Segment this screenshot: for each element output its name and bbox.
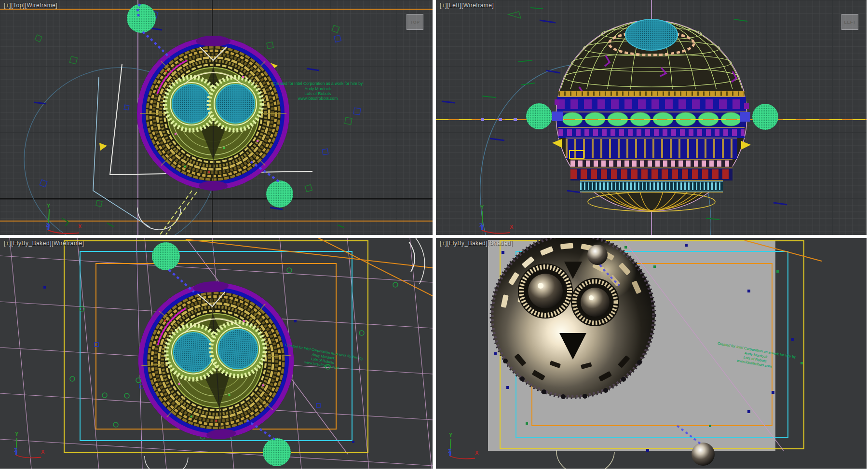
svg-text:Y: Y (15, 431, 19, 437)
viewport-quad-layout: Created for Intel Corporation as a work … (0, 0, 868, 472)
model-sphere-camera-view[interactable] (133, 276, 299, 444)
viewcube-face-label[interactable]: LEFT (844, 20, 856, 25)
scene-top-view: Created for Intel Corporation as a work … (0, 0, 433, 235)
scene-camera-wireframe: Created for Intel Corporation as a work … (0, 238, 433, 469)
viewport-label-top[interactable]: [+][Top][Wireframe] (4, 2, 57, 9)
svg-text:Y: Y (449, 432, 453, 438)
svg-text:Y: Y (47, 203, 51, 208)
eye-gear-right (571, 278, 619, 326)
viewport-camera-shaded[interactable]: Created for Intel Corporation as a work … (436, 238, 867, 469)
svg-text:Lots of Robots: Lots of Robots (305, 91, 331, 96)
svg-text:X: X (510, 224, 514, 230)
viewport-left-wireframe[interactable]: Y Z X [+][Left][Wireframe] LEFT (436, 0, 867, 235)
scene-left-view: Y Z X (436, 0, 867, 235)
viewport-camera-wireframe[interactable]: Created for Intel Corporation as a work … (0, 238, 433, 469)
svg-text:Y: Y (480, 204, 484, 210)
viewcube-face-label[interactable]: TOP (410, 20, 420, 25)
svg-text:www.lotsofrobots.com: www.lotsofrobots.com (298, 96, 338, 101)
eye-gear-left (518, 264, 573, 319)
svg-text:X: X (41, 449, 45, 455)
svg-text:X: X (78, 223, 82, 229)
viewport-top-wireframe[interactable]: Created for Intel Corporation as a work … (0, 0, 433, 235)
svg-text:X: X (475, 450, 479, 456)
viewport-label-camera-wireframe[interactable]: [+][FlyBy_Baked][Wireframe] (4, 240, 84, 247)
svg-text:Z: Z (448, 448, 451, 454)
axis-tripod: Y Z X (448, 432, 479, 459)
svg-text:Andy Murdock: Andy Murdock (305, 86, 331, 91)
axis-tripod: Y Z X (14, 431, 45, 458)
viewport-label-camera-shaded[interactable]: [+][FlyBy_Baked][Shaded] (440, 240, 513, 247)
viewcube-left[interactable]: LEFT (841, 14, 858, 30)
viewport-label-left[interactable]: [+][Left][Wireframe] (440, 2, 494, 9)
svg-text:Created for Intel Corporation: Created for Intel Corporation as a work … (273, 81, 363, 86)
svg-text:Z: Z (46, 222, 49, 228)
svg-text:Z: Z (479, 222, 483, 228)
viewcube-top[interactable]: TOP (407, 14, 423, 30)
scene-camera-shaded: Created for Intel Corporation as a work … (436, 238, 867, 469)
svg-text:Z: Z (14, 447, 17, 453)
